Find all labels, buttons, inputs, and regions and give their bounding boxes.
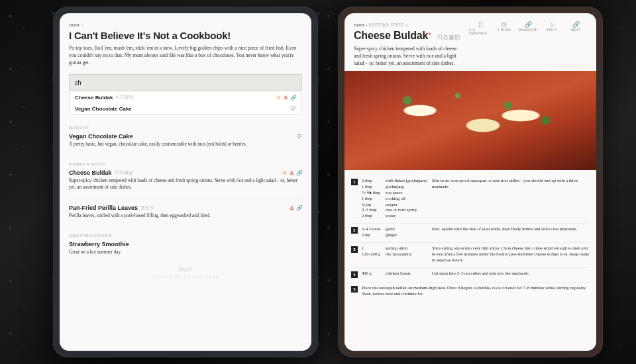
- ingredient-row: 1 spring onion: [362, 246, 428, 251]
- ingredient-row: 2 tsp ginger: [362, 232, 428, 238]
- meta-label: 1 HOUR: [498, 28, 511, 32]
- recipe-row[interactable]: Cheese Buldak 치즈불닭 ☆♨🔗 Super-spicy chick…: [69, 168, 302, 195]
- ingredients: 2 tbsp chili flakes (gochugaru) 1 tbsp g…: [362, 178, 428, 219]
- meta-label: SPICY: [547, 28, 557, 32]
- step-number: 5: [351, 286, 358, 293]
- recipe-row-title: Vegan Chocolate Cake: [69, 133, 133, 140]
- ingredient-row: 120–200 g dry mozzarella: [362, 251, 428, 257]
- step: 3 1 spring onion 120–200 g dry mozzarell…: [351, 243, 590, 268]
- meta-badge[interactable]: 🔗 MEAT: [564, 21, 587, 35]
- section-label: KOREAN FOOD: [69, 162, 302, 166]
- spicy-icon: ♨: [428, 32, 431, 36]
- step-instruction: Place the saucepan/skillet on medium-hig…: [362, 285, 590, 297]
- step: 2 3–4 cloves garlic 2 tsp ginger Peel, s…: [351, 224, 590, 243]
- spicy-icon: ♨: [289, 205, 295, 211]
- ingredient-qty: 2 tsp: [362, 232, 386, 238]
- step-instruction: Slice spring onion into very thin slices…: [432, 246, 590, 263]
- -servings-icon: 🍴: [477, 21, 484, 28]
- page-title: I Can't Believe It's Not a Cookbook!: [69, 30, 302, 41]
- section-label: BAKERY: [69, 126, 302, 130]
- ingredient-name: cooking oil: [386, 196, 428, 202]
- ingredient-qty: 1: [362, 246, 386, 251]
- steps-list: 1 2 tbsp chili flakes (gochugaru) 1 tbsp…: [344, 170, 596, 306]
- step-instruction: Mix in an oven-proof saucepan or cast-ir…: [432, 178, 590, 219]
- ingredient-name: pepper: [386, 202, 428, 208]
- meta-label: MAANGCHI: [519, 28, 537, 32]
- step-number: 4: [351, 271, 358, 278]
- recipe-row-title: Pan-Fried Perilla Leaves: [69, 205, 138, 211]
- tablet-right: nom › KOREAN FOOD › Cheese Buldak♨ 치즈불닭 …: [338, 7, 603, 357]
- step-number: 2: [351, 227, 358, 234]
- meat-icon: 🔗: [296, 170, 302, 176]
- ingredient-row: 400 g chicken breast: [362, 271, 428, 277]
- ingredient-row: 2 tbsp chili flakes (gochugaru): [362, 178, 428, 184]
- step: 1 2 tbsp chili flakes (gochugaru) 1 tbsp…: [351, 175, 590, 224]
- ingredient-qty: 3–4 cloves: [362, 226, 386, 232]
- meta-badge[interactable]: ♨ SPICY: [541, 21, 563, 35]
- ingredient-name: spring onion: [386, 246, 428, 251]
- search-input[interactable]: [69, 74, 302, 91]
- suggestion-title: Cheese Buldak: [75, 95, 113, 101]
- ingredient-qty: 2 tbsp: [362, 213, 386, 219]
- spicy-icon: ♨: [283, 95, 289, 101]
- search-container: Cheese Buldak 치즈불닭 ☆♨🔗 Vegan Chocolate C…: [69, 74, 302, 115]
- ingredient-row: ¼ tsp pepper: [362, 202, 428, 208]
- step: 5 Place the saucepan/skillet on medium-h…: [351, 283, 590, 301]
- section-label: UNCATEGORIZED: [69, 234, 302, 238]
- ingredients: 1 spring onion 120–200 g dry mozzarella: [362, 246, 428, 263]
- step: 4 400 g chicken breast Cut meat into 2–3…: [351, 268, 590, 283]
- recipe-row-desc: Super-spicy chicken tempered with loads …: [69, 177, 302, 191]
- recipe-intro: Super-spicy chicken tempered with loads …: [354, 45, 462, 67]
- recipe-row[interactable]: Strawberry Smoothie Great on a hot summe…: [69, 240, 302, 259]
- chevron-right-icon: ›: [81, 21, 83, 28]
- ingredient-name: garlic: [386, 226, 428, 232]
- ingredient-row: ½–⅔ tbsp soy sauce: [362, 190, 428, 196]
- spicy-icon: ♨: [549, 21, 555, 28]
- meta-badge[interactable]: 🍴 2–3 SERVINGS: [469, 21, 492, 35]
- brand-logo[interactable]: nom›: [69, 21, 302, 28]
- step-number: 3: [351, 246, 358, 253]
- ingredient-name: soy sauce: [386, 190, 428, 196]
- meat-icon: 🔗: [572, 21, 580, 28]
- recipe-row-title: Strawberry Smoothie: [69, 241, 129, 248]
- ingredient-name: ginger: [386, 232, 428, 238]
- ingredient-qty: 1 tbsp: [362, 196, 386, 202]
- recipe-row-desc: Great on a hot summer day.: [69, 249, 302, 255]
- suggestion-subtitle: 치즈불닭: [115, 94, 134, 101]
- suggestion-title: Vegan Chocolate Cake: [75, 106, 132, 112]
- hero-image: [344, 71, 596, 170]
- meta-badge[interactable]: 🔗 MAANGCHI: [517, 21, 539, 35]
- recipe-row-subtitle: 치즈불닭: [115, 169, 133, 176]
- ingredients: 400 g chicken breast: [362, 271, 428, 278]
- maangchi-icon: 🔗: [525, 21, 532, 28]
- meta-badge[interactable]: ◷ 1 HOUR: [493, 21, 515, 35]
- suggestion-item[interactable]: Cheese Buldak 치즈불닭 ☆♨🔗: [70, 91, 301, 103]
- recipe-row[interactable]: Pan-Fried Perilla Leaves 깻잎전 ♨🔗 Perilla …: [69, 203, 302, 223]
- ingredient-name: chicken breast: [386, 271, 428, 277]
- ingredient-row: 2 tbsp water: [362, 213, 428, 219]
- recipe-row-desc: Perilla leaves, stuffed with a pork-base…: [69, 212, 302, 219]
- search-suggestions: Cheese Buldak 치즈불닭 ☆♨🔗 Vegan Chocolate C…: [69, 91, 302, 115]
- meat-icon: 🔗: [296, 205, 302, 211]
- tablet-left: nom› I Can't Believe It's Not a Cookbook…: [53, 7, 318, 357]
- step-instruction: Cut meat into 2–3 cm cubes and mix into …: [432, 271, 590, 278]
- chevron-right-icon: ›: [405, 21, 407, 28]
- ingredient-name: chili flakes (gochugaru): [386, 178, 428, 184]
- -hour-icon: ◷: [502, 21, 507, 28]
- recipe-subtitle: 치즈불닭: [437, 34, 460, 40]
- ingredient-row: 2–3 tbsp rice or corn syrup: [362, 207, 428, 213]
- vegan-icon: ♡: [290, 106, 296, 112]
- recipe-row-desc: A pretty basic, but vegan, chocolate cak…: [69, 141, 302, 148]
- recipe-row[interactable]: Vegan Chocolate Cake ♡ A pretty basic, b…: [69, 132, 302, 152]
- screen-index: nom› I Can't Believe It's Not a Cookbook…: [60, 13, 311, 351]
- step-instruction: Peel, squish with the side of your knife…: [432, 226, 590, 238]
- ingredients: 3–4 cloves garlic 2 tsp ginger: [362, 226, 428, 238]
- step-number: 1: [351, 179, 358, 185]
- recipe-row-title: Cheese Buldak: [69, 169, 112, 176]
- ingredient-qty: 120–200 g: [362, 251, 386, 257]
- suggestion-item[interactable]: Vegan Chocolate Cake ♡: [70, 103, 301, 114]
- breadcrumb[interactable]: nom › KOREAN FOOD ›: [354, 21, 462, 28]
- recipe-title: Cheese Buldak♨ 치즈불닭: [354, 30, 462, 42]
- star-icon: ☆: [276, 95, 282, 101]
- ingredient-name: gochujang: [386, 184, 428, 190]
